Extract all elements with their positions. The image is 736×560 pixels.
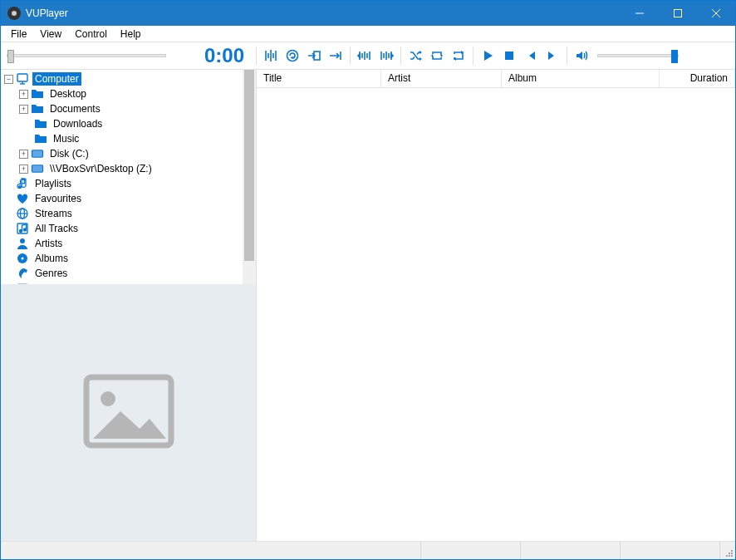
col-album[interactable]: Album: [502, 70, 660, 87]
titlebar: VUPlayer: [1, 1, 735, 26]
computer-icon: [16, 72, 29, 86]
minimize-button[interactable]: [621, 1, 659, 26]
tree-node-disk-z[interactable]: + \\VBoxSvr\Desktop (Z:): [1, 161, 256, 176]
playlist-body[interactable]: [257, 88, 735, 541]
tree-label: Albums: [32, 252, 71, 265]
image-placeholder-icon: [83, 374, 174, 451]
previous-button[interactable]: [520, 45, 542, 66]
status-cell-3: [521, 542, 621, 559]
tree-node-albums[interactable]: Albums: [1, 251, 256, 266]
eq-button[interactable]: [260, 45, 282, 66]
collapse-icon[interactable]: −: [4, 75, 13, 84]
play-button[interactable]: [477, 45, 498, 66]
window-title: VUPlayer: [26, 7, 621, 19]
folder-icon: [31, 87, 44, 101]
tree-node-disk-c[interactable]: + Disk (C:): [1, 146, 256, 161]
folder-icon: [34, 132, 47, 145]
left-pane: − Computer + Desktop + Documents Downloa…: [1, 70, 257, 541]
tree-label: Genres: [32, 267, 70, 280]
seek-thumb[interactable]: [7, 50, 14, 63]
next-button[interactable]: [542, 45, 563, 66]
folder-tree[interactable]: − Computer + Desktop + Documents Downloa…: [1, 70, 256, 284]
tree-label: \\VBoxSvr\Desktop (Z:): [47, 162, 155, 175]
year-icon: [16, 282, 29, 284]
menu-help[interactable]: Help: [114, 27, 148, 42]
svg-point-47: [101, 391, 115, 406]
status-cell-4: [621, 542, 720, 559]
shuffle-button[interactable]: [405, 45, 426, 66]
toolbar-separator: [400, 47, 401, 65]
export-button[interactable]: [325, 45, 346, 66]
tree-node-computer[interactable]: − Computer: [1, 71, 256, 86]
toolbar-separator: [567, 47, 567, 65]
playlist-header: Title Artist Album Duration: [257, 70, 735, 88]
col-title[interactable]: Title: [257, 70, 381, 87]
menubar: File View Control Help: [1, 26, 735, 42]
volume-thumb[interactable]: [671, 50, 678, 63]
tree-node-streams[interactable]: Streams: [1, 206, 256, 221]
col-duration[interactable]: Duration: [660, 70, 735, 87]
import-button[interactable]: [303, 45, 325, 66]
tree-label: Music: [51, 132, 81, 145]
tree-node-artists[interactable]: Artists: [1, 236, 256, 251]
col-artist[interactable]: Artist: [381, 70, 502, 87]
tree-node-music[interactable]: Music: [1, 131, 256, 146]
stop-button[interactable]: [498, 45, 520, 66]
folder-icon: [34, 117, 47, 130]
toolbar-separator: [473, 47, 473, 65]
tree-node-alltracks[interactable]: All Tracks: [1, 221, 256, 236]
tracks-icon: [16, 222, 29, 235]
toolbar: 0:00: [1, 42, 735, 70]
close-button[interactable]: [697, 1, 735, 26]
expand-icon[interactable]: +: [19, 165, 28, 174]
toolbar-separator: [256, 47, 257, 65]
tree-node-genres[interactable]: Genres: [1, 266, 256, 281]
svg-point-9: [287, 51, 298, 61]
tree-label: Desktop: [47, 87, 89, 101]
repeat-one-button[interactable]: [426, 45, 448, 66]
tree-node-documents[interactable]: + Documents: [1, 101, 256, 116]
tree-label: All Tracks: [32, 222, 81, 235]
tree-node-years[interactable]: Years: [1, 281, 256, 284]
tree-label: Disk (C:): [47, 147, 91, 160]
expand-icon[interactable]: +: [19, 90, 28, 99]
tree-label: Documents: [47, 102, 103, 115]
tree-label: Computer: [32, 72, 81, 86]
tree-label: Favourites: [32, 192, 84, 205]
playlist-pane: Title Artist Album Duration: [257, 70, 735, 541]
resize-grip[interactable]: [720, 542, 735, 559]
skip-forward-button[interactable]: [375, 45, 397, 66]
svg-point-51: [726, 555, 728, 557]
note-icon: [16, 177, 29, 190]
expand-icon[interactable]: +: [19, 105, 28, 114]
tree-node-downloads[interactable]: Downloads: [1, 116, 256, 131]
seek-slider[interactable]: [3, 42, 169, 69]
volume-icon[interactable]: [571, 45, 592, 66]
maximize-button[interactable]: [659, 1, 697, 26]
tree-scrollbar[interactable]: [243, 70, 256, 284]
toolbar-separator: [350, 47, 351, 65]
expand-icon[interactable]: +: [19, 150, 28, 159]
svg-rect-23: [17, 74, 27, 81]
svg-point-43: [22, 258, 24, 260]
volume-slider[interactable]: [592, 54, 684, 57]
svg-point-48: [731, 555, 733, 557]
skip-back-button[interactable]: [354, 45, 375, 66]
menu-file[interactable]: File: [4, 27, 33, 42]
menu-view[interactable]: View: [33, 27, 68, 42]
window-controls: [621, 1, 735, 26]
svg-point-50: [731, 553, 733, 554]
status-cell-2: [421, 542, 521, 559]
convert-button[interactable]: [282, 45, 303, 66]
folder-icon: [31, 102, 44, 115]
tree-label: Downloads: [51, 117, 105, 130]
globe-icon: [16, 207, 29, 220]
tree-node-desktop[interactable]: + Desktop: [1, 86, 256, 101]
tree-node-playlists[interactable]: Playlists: [1, 176, 256, 191]
menu-control[interactable]: Control: [68, 27, 114, 42]
scrollbar-thumb[interactable]: [244, 70, 254, 261]
heart-icon: [16, 192, 29, 205]
tree-node-favourites[interactable]: Favourites: [1, 191, 256, 206]
repeat-button[interactable]: [448, 45, 469, 66]
genre-icon: [16, 267, 29, 280]
